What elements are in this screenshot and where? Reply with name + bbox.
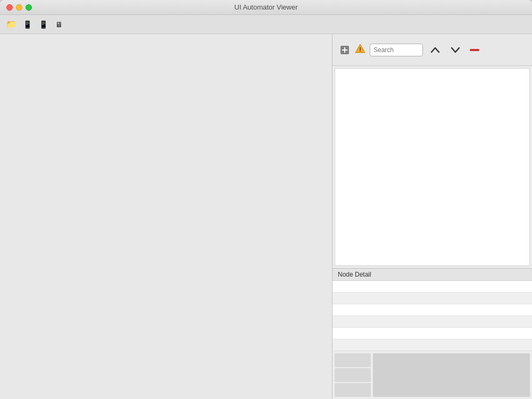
right-panel: !	[332, 34, 532, 399]
node-detail-table	[332, 281, 532, 351]
device1-button[interactable]: 📱	[20, 18, 34, 31]
window-title: UI Automator Viewer	[235, 3, 298, 11]
open-button[interactable]: 📁	[4, 18, 18, 31]
device2-icon: 📱	[39, 20, 48, 29]
up-nav-button[interactable]	[427, 42, 443, 58]
node-detail-left-col	[335, 353, 371, 397]
folder-icon: 📁	[6, 19, 16, 29]
plus-icon	[340, 46, 349, 54]
close-button[interactable]	[6, 4, 13, 11]
minus-icon	[470, 49, 479, 51]
search-input[interactable]	[370, 44, 423, 56]
plus-icon-button[interactable]	[339, 44, 351, 56]
node-detail-right-col	[373, 353, 530, 397]
minimize-button[interactable]	[16, 4, 22, 11]
screenshot-icon: 🖥	[55, 20, 63, 29]
left-panel	[0, 34, 332, 399]
node-detail-row	[332, 281, 532, 293]
main-window: UI Automator Viewer 📁 📱 📱 🖥	[0, 0, 532, 399]
title-bar: UI Automator Viewer	[0, 0, 532, 15]
device2-button[interactable]: 📱	[36, 18, 50, 31]
node-detail-row	[332, 328, 532, 339]
svg-text:!: !	[359, 46, 361, 53]
down-nav-button[interactable]	[447, 42, 463, 58]
warning-triangle-icon: !	[355, 44, 365, 53]
minus-button[interactable]	[468, 49, 481, 51]
toolbar: 📁 📱 📱 🖥	[0, 15, 532, 34]
node-detail-row	[332, 339, 532, 351]
up-arrow-icon	[429, 44, 441, 56]
search-bar: !	[332, 34, 532, 66]
maximize-button[interactable]	[26, 4, 32, 11]
screenshot-button[interactable]: 🖥	[52, 18, 66, 31]
down-arrow-icon	[450, 44, 461, 56]
node-detail-bottom	[332, 353, 532, 399]
node-detail-row	[332, 304, 532, 316]
node-detail-section: Node Detail	[332, 268, 532, 399]
device1-icon: 📱	[23, 20, 32, 29]
node-detail-left-row	[335, 368, 371, 382]
warning-icon[interactable]: !	[355, 44, 365, 56]
node-detail-row	[332, 316, 532, 328]
node-detail-left-row	[335, 353, 371, 367]
svg-rect-2	[342, 49, 347, 51]
node-detail-left-row	[335, 383, 371, 397]
traffic-lights	[6, 4, 32, 11]
node-detail-row	[332, 293, 532, 304]
main-content: !	[0, 34, 532, 399]
node-detail-header: Node Detail	[332, 269, 532, 281]
tree-area[interactable]	[335, 68, 530, 266]
